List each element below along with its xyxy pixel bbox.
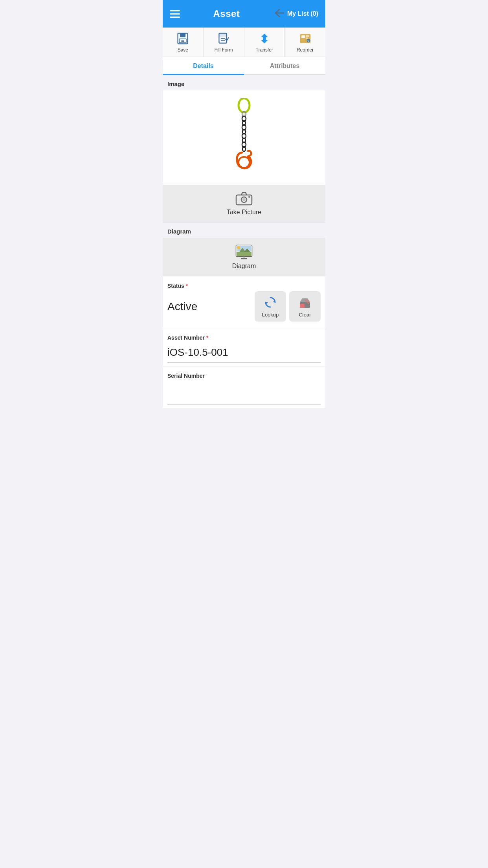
page-title: Asset: [213, 8, 240, 19]
mylist-button[interactable]: My List (0): [273, 8, 318, 20]
reorder-icon: ↻: [299, 32, 312, 45]
svg-rect-34: [237, 252, 251, 256]
svg-point-16: [238, 98, 250, 112]
lookup-label: Lookup: [262, 312, 279, 318]
diagram-label: Diagram: [232, 263, 256, 270]
svg-point-30: [248, 196, 250, 198]
tab-details[interactable]: Details: [163, 57, 244, 74]
take-picture-label: Take Picture: [227, 209, 261, 216]
toolbar: Save Fill Form Transfer ↻ Reorder: [163, 28, 325, 57]
svg-rect-2: [180, 33, 185, 37]
lookup-button[interactable]: Lookup: [255, 291, 286, 322]
menu-button[interactable]: [170, 10, 180, 18]
app-header: Asset My List (0): [163, 0, 325, 28]
svg-point-26: [238, 157, 250, 168]
save-icon: [176, 32, 189, 45]
svg-rect-13: [306, 37, 308, 39]
serial-number-value[interactable]: [167, 381, 321, 405]
transfer-button[interactable]: Transfer: [244, 28, 285, 57]
asset-image-area: [163, 90, 325, 185]
tab-attributes[interactable]: Attributes: [244, 57, 325, 74]
fill-form-icon: [217, 32, 230, 45]
save-button[interactable]: Save: [163, 28, 204, 57]
content-area: Image: [163, 75, 325, 408]
svg-marker-41: [266, 302, 268, 305]
asset-image: [228, 98, 260, 177]
svg-rect-12: [306, 35, 309, 37]
asset-number-value[interactable]: iOS-10.5-001: [167, 343, 321, 363]
svg-marker-40: [273, 300, 275, 302]
diagram-section-label: Diagram: [163, 223, 325, 238]
tab-bar: Details Attributes: [163, 57, 325, 75]
serial-number-label: Serial Number: [167, 373, 205, 379]
status-label: Status: [167, 283, 184, 289]
svg-text:↻: ↻: [307, 40, 310, 43]
diagram-button[interactable]: Diagram: [163, 238, 325, 276]
svg-rect-7: [219, 33, 227, 37]
asset-number-section: Asset Number * iOS-10.5-001: [163, 328, 325, 366]
status-value: Active: [167, 300, 251, 313]
transfer-label: Transfer: [256, 47, 273, 53]
status-section: Status * Active Lookup: [163, 276, 325, 328]
reorder-label: Reorder: [297, 47, 314, 53]
svg-rect-44: [300, 304, 305, 308]
clear-button[interactable]: Clear: [289, 291, 321, 322]
camera-icon: [235, 191, 253, 206]
image-section-label: Image: [163, 75, 325, 90]
asset-number-required-star: *: [206, 335, 208, 341]
svg-rect-3: [179, 39, 186, 43]
fill-form-label: Fill Form: [215, 47, 233, 53]
diagram-icon: [235, 245, 253, 259]
fill-form-button[interactable]: Fill Form: [204, 28, 244, 57]
serial-number-section: Serial Number: [163, 366, 325, 408]
svg-rect-11: [301, 35, 305, 38]
reorder-button[interactable]: ↻ Reorder: [285, 28, 325, 57]
svg-point-37: [237, 246, 240, 249]
svg-point-29: [242, 198, 246, 201]
take-picture-button[interactable]: Take Picture: [163, 185, 325, 223]
lookup-icon: [263, 295, 277, 309]
clear-label: Clear: [299, 312, 311, 318]
clear-icon: [298, 295, 312, 309]
asset-number-label: Asset Number: [167, 335, 205, 341]
save-label: Save: [178, 47, 188, 53]
transfer-icon: [258, 32, 271, 45]
mylist-label: My List (0): [287, 10, 318, 17]
back-icon: [273, 8, 284, 20]
status-required-star: *: [186, 283, 188, 289]
